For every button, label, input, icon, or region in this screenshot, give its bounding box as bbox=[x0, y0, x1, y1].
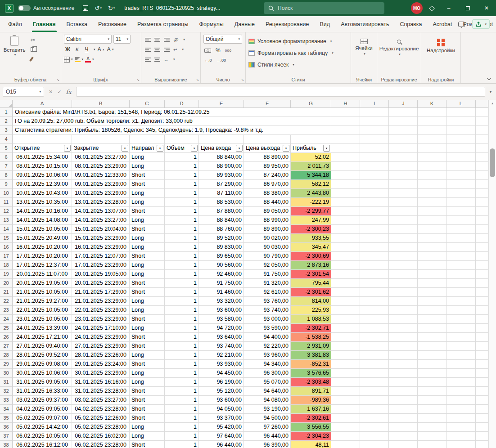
insert-function-icon[interactable]: fx bbox=[66, 89, 71, 95]
cell[interactable] bbox=[476, 189, 488, 198]
cell[interactable]: 1 bbox=[165, 306, 199, 315]
cell[interactable]: 15.01.2025 20:04:00 bbox=[72, 225, 130, 234]
cell[interactable]: 92 210,00 bbox=[199, 351, 244, 360]
profit-cell[interactable]: 891,71 bbox=[291, 387, 331, 396]
cell[interactable]: 92 610,00 bbox=[244, 288, 291, 297]
column-header[interactable]: D bbox=[165, 100, 199, 108]
cell[interactable]: 88 990,00 bbox=[244, 216, 291, 225]
cell[interactable] bbox=[476, 270, 488, 279]
cell[interactable] bbox=[331, 414, 360, 423]
column-header[interactable] bbox=[476, 100, 488, 108]
filter-button[interactable]: ▾ bbox=[64, 145, 71, 152]
row-header[interactable]: 1 bbox=[0, 108, 13, 117]
cell[interactable]: 94 500,00 bbox=[244, 414, 291, 423]
row-header[interactable]: 20 bbox=[0, 279, 13, 288]
row-header[interactable]: 28 bbox=[0, 351, 13, 360]
row-header[interactable]: 13 bbox=[0, 216, 13, 225]
cell[interactable]: Short bbox=[130, 288, 165, 297]
orientation-icon[interactable]: ab bbox=[172, 36, 180, 43]
cell[interactable] bbox=[360, 306, 389, 315]
cell[interactable]: 93 370,00 bbox=[199, 414, 244, 423]
cell[interactable] bbox=[418, 351, 446, 360]
cell[interactable]: 1 bbox=[165, 369, 199, 378]
cell[interactable]: 89 890,00 bbox=[244, 225, 291, 234]
cell[interactable]: 93 960,00 bbox=[244, 351, 291, 360]
editing-button[interactable]: Редактирование ▾ bbox=[380, 35, 418, 56]
cell[interactable]: 91 460,00 bbox=[199, 288, 244, 297]
cell[interactable] bbox=[418, 315, 446, 324]
cell[interactable] bbox=[291, 135, 331, 144]
profit-cell[interactable]: -2 303,48 bbox=[291, 378, 331, 387]
cell[interactable]: Short bbox=[130, 333, 165, 342]
vertical-scrollbar[interactable]: ▴ bbox=[488, 100, 496, 448]
cell[interactable]: Short bbox=[130, 252, 165, 261]
cell[interactable]: 20.01.2025 19:05:00 bbox=[72, 270, 130, 279]
cell[interactable] bbox=[360, 189, 389, 198]
cell[interactable]: 1 bbox=[165, 153, 199, 162]
row-header[interactable]: 2 bbox=[0, 117, 13, 126]
cell[interactable]: 1 bbox=[165, 342, 199, 351]
cell[interactable]: Short bbox=[130, 387, 165, 396]
cell[interactable] bbox=[331, 288, 360, 297]
cell[interactable]: Long bbox=[130, 270, 165, 279]
row-header[interactable]: 11 bbox=[0, 198, 13, 207]
font-size-combo[interactable]: 11▾ bbox=[113, 35, 131, 44]
cell[interactable]: 17.01.2025 12:37:00 bbox=[13, 261, 72, 270]
cell[interactable] bbox=[331, 315, 360, 324]
cell[interactable] bbox=[331, 225, 360, 234]
row-header[interactable]: 5 bbox=[0, 144, 13, 153]
cell[interactable] bbox=[446, 108, 476, 117]
profit-cell[interactable]: -989,36 bbox=[291, 396, 331, 405]
cell[interactable] bbox=[418, 297, 446, 306]
cell[interactable] bbox=[389, 261, 418, 270]
cell[interactable]: Long bbox=[130, 216, 165, 225]
cell[interactable]: 91 750,00 bbox=[244, 270, 291, 279]
cell[interactable] bbox=[476, 261, 488, 270]
cell[interactable]: Long bbox=[130, 423, 165, 432]
cell[interactable]: 10.01.2025 23:29:00 bbox=[72, 189, 130, 198]
cell[interactable]: 1 bbox=[165, 414, 199, 423]
cell[interactable]: Long bbox=[130, 369, 165, 378]
cell[interactable]: 1 bbox=[165, 288, 199, 297]
cell[interactable] bbox=[476, 405, 488, 414]
cell[interactable] bbox=[446, 216, 476, 225]
cell[interactable] bbox=[331, 243, 360, 252]
cell[interactable]: 30.01.2025 23:29:00 bbox=[72, 369, 130, 378]
cell[interactable] bbox=[476, 432, 488, 441]
profit-cell[interactable]: -2 301,62 bbox=[291, 288, 331, 297]
cell[interactable]: 87 290,00 bbox=[199, 180, 244, 189]
cell[interactable] bbox=[360, 135, 389, 144]
table-header-cell[interactable]: Цена входа▾ bbox=[199, 144, 244, 153]
cell[interactable]: 96 440,00 bbox=[199, 441, 244, 448]
cell[interactable] bbox=[418, 252, 446, 261]
borders-button[interactable]: ▾ bbox=[64, 55, 73, 63]
profit-cell[interactable]: -2 304,23 bbox=[291, 432, 331, 441]
cell[interactable]: 93 190,00 bbox=[244, 405, 291, 414]
cell[interactable] bbox=[446, 171, 476, 180]
cell[interactable] bbox=[476, 288, 488, 297]
cell[interactable] bbox=[331, 405, 360, 414]
row-header[interactable]: 36 bbox=[0, 423, 13, 432]
cell[interactable]: 91 320,00 bbox=[244, 279, 291, 288]
cell[interactable] bbox=[360, 243, 389, 252]
cell[interactable]: 1 bbox=[165, 396, 199, 405]
cell[interactable]: Long bbox=[130, 198, 165, 207]
cell[interactable]: 17.01.2025 10:20:00 bbox=[13, 252, 72, 261]
row-header[interactable]: 26 bbox=[0, 333, 13, 342]
cell[interactable] bbox=[360, 252, 389, 261]
cell[interactable] bbox=[476, 297, 488, 306]
cell[interactable]: Short bbox=[130, 405, 165, 414]
cell[interactable] bbox=[331, 108, 360, 117]
row-header[interactable]: 22 bbox=[0, 297, 13, 306]
cell[interactable]: Short bbox=[130, 396, 165, 405]
profit-cell[interactable]: 2 873,16 bbox=[291, 261, 331, 270]
align-right-icon[interactable] bbox=[164, 48, 170, 52]
cell[interactable]: 93 600,00 bbox=[199, 306, 244, 315]
cell[interactable] bbox=[476, 423, 488, 432]
cell[interactable] bbox=[331, 198, 360, 207]
cell[interactable] bbox=[446, 225, 476, 234]
cell[interactable] bbox=[446, 117, 476, 126]
cell[interactable] bbox=[418, 198, 446, 207]
cell[interactable] bbox=[446, 306, 476, 315]
cell[interactable] bbox=[360, 405, 389, 414]
